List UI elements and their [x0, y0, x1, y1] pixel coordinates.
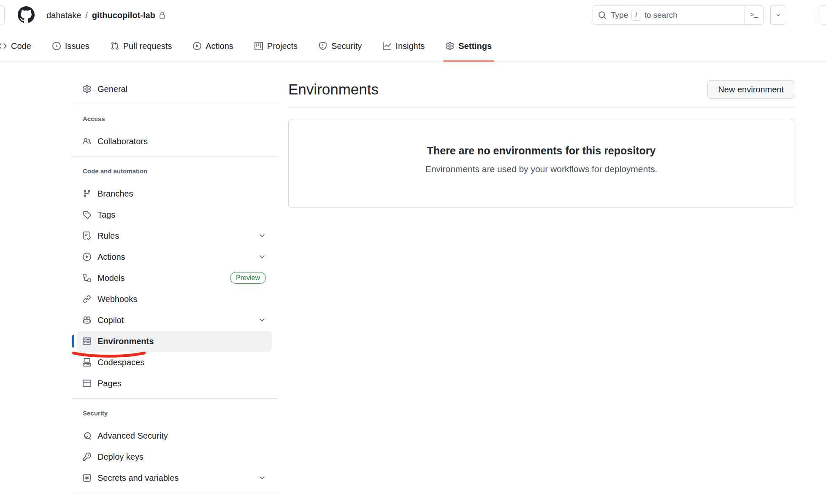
breadcrumb: dahatake / githucopilot-lab	[46, 0, 166, 30]
sidebar-section-access: Access	[83, 115, 278, 122]
project-icon	[255, 42, 263, 50]
empty-state-description: Environments are used by your workflows …	[289, 164, 794, 174]
search-placeholder: Type / to search	[611, 10, 677, 21]
empty-state-heading: There are no environments for this repos…	[289, 145, 794, 157]
lock-icon	[159, 12, 166, 19]
global-header: dahatake / githucopilot-lab Type / to se…	[0, 0, 826, 30]
chevron-down-icon[interactable]	[258, 253, 266, 261]
workflow-icon	[83, 274, 91, 282]
empty-state-box: There are no environments for this repos…	[288, 119, 794, 208]
server-icon	[83, 337, 91, 345]
github-repo-settings-page: dahatake / githucopilot-lab Type / to se…	[0, 0, 826, 504]
tab-issues[interactable]: Issues	[46, 30, 95, 62]
graph-icon	[383, 42, 391, 50]
breadcrumb-repo-link[interactable]: githucopilot-lab	[92, 11, 155, 20]
preview-badge: Preview	[230, 272, 266, 284]
branch-icon	[83, 189, 91, 198]
asterisk-icon	[83, 474, 91, 482]
sidebar-item-models[interactable]: Models Preview	[77, 267, 272, 288]
sidebar-item-branches[interactable]: Branches	[77, 183, 272, 204]
sidebar-item-general[interactable]: General	[77, 78, 272, 100]
sidebar-item-pages[interactable]: Pages	[77, 373, 272, 394]
page-title: Environments	[288, 80, 379, 99]
chevron-down-icon[interactable]	[258, 474, 266, 482]
chevron-down-icon	[775, 12, 781, 18]
github-logo[interactable]	[18, 6, 35, 25]
chevron-down-icon[interactable]	[258, 316, 266, 324]
repo-nav-tabs: Code Issues Pull requests Actions Projec…	[0, 30, 826, 62]
pull-request-icon	[111, 42, 119, 50]
sidebar-item-secrets-and-variables[interactable]: Secrets and variables	[77, 467, 272, 488]
section-header: Environments New environment	[288, 80, 794, 108]
search-input[interactable]: Type / to search >_	[593, 5, 764, 25]
copilot-icon	[83, 316, 91, 324]
header-divider	[814, 9, 814, 21]
codespaces-icon	[83, 358, 91, 367]
gear-icon	[83, 85, 91, 93]
sidebar-item-codespaces[interactable]: Codespaces	[77, 352, 272, 373]
tab-actions[interactable]: Actions	[187, 30, 239, 62]
sidebar-item-rules[interactable]: Rules	[77, 225, 272, 246]
sidebar-divider	[72, 156, 278, 156]
breadcrumb-separator: /	[85, 11, 88, 20]
tab-security[interactable]: Security	[313, 30, 368, 62]
command-palette-icon[interactable]: >_	[744, 5, 764, 24]
sidebar-item-copilot[interactable]: Copilot	[77, 310, 272, 331]
tab-code[interactable]: Code	[0, 30, 37, 62]
sidebar-divider	[72, 398, 278, 399]
sidebar-divider	[72, 104, 278, 104]
sidebar-item-webhooks[interactable]: Webhooks	[77, 288, 272, 310]
sidebar-divider	[72, 493, 278, 493]
settings-sidebar: General Access Collaborators Code and au…	[72, 78, 278, 493]
sidebar-toggle-button[interactable]	[0, 5, 5, 25]
play-icon	[193, 42, 201, 50]
new-environment-button[interactable]: New environment	[707, 80, 794, 99]
webhook-icon	[83, 295, 91, 303]
browser-icon	[83, 379, 91, 388]
environments-settings-main: Environments New environment There are n…	[288, 80, 794, 208]
header-edge-button[interactable]	[820, 5, 826, 25]
sidebar-item-environments[interactable]: Environments	[77, 331, 272, 352]
play-icon	[83, 253, 91, 261]
sidebar-item-advanced-security[interactable]: Advanced Security	[77, 425, 272, 446]
issue-icon	[52, 42, 61, 50]
sidebar-item-collaborators[interactable]: Collaborators	[77, 131, 272, 152]
code-icon	[0, 42, 7, 50]
copilot-split-button	[770, 5, 786, 25]
codescan-icon	[83, 431, 91, 440]
chevron-down-icon[interactable]	[258, 232, 266, 240]
people-icon	[83, 137, 91, 146]
sidebar-item-actions[interactable]: Actions	[77, 246, 272, 267]
sidebar-section-security: Security	[83, 410, 278, 417]
slash-key-hint: /	[631, 10, 641, 21]
key-icon	[83, 453, 91, 461]
copilot-dropdown-button[interactable]	[771, 5, 786, 24]
tab-projects[interactable]: Projects	[249, 30, 303, 62]
search-icon	[598, 11, 607, 19]
breadcrumb-owner-link[interactable]: dahatake	[46, 11, 81, 20]
shield-icon	[319, 42, 327, 50]
sidebar-section-code-automation: Code and automation	[83, 167, 278, 175]
rules-icon	[83, 232, 91, 240]
github-mark-icon	[18, 6, 35, 23]
tag-icon	[83, 210, 91, 219]
sidebar-item-tags[interactable]: Tags	[77, 204, 272, 225]
tab-insights[interactable]: Insights	[377, 30, 431, 62]
sidebar-item-deploy-keys[interactable]: Deploy keys	[77, 446, 272, 467]
gear-icon	[446, 42, 454, 50]
tab-pull-requests[interactable]: Pull requests	[105, 30, 178, 62]
tab-settings[interactable]: Settings	[440, 30, 498, 62]
